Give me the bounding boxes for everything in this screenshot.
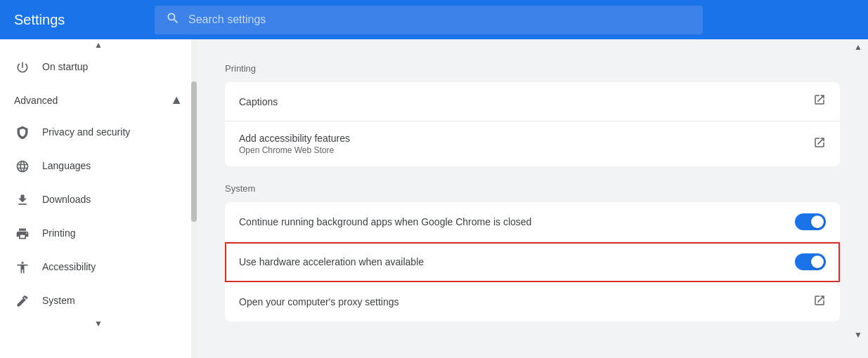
sidebar-item-printing[interactable]: Printing xyxy=(0,217,197,251)
search-input[interactable] xyxy=(188,13,692,26)
chevron-up-icon: ▲ xyxy=(170,93,183,107)
external-link-icon-proxy xyxy=(813,294,826,310)
proxy-settings-label: Open your computer's proxy settings xyxy=(239,296,802,307)
external-link-icon-accessibility xyxy=(813,136,826,152)
hardware-acceleration-toggle[interactable] xyxy=(795,253,826,270)
content-area: ▲ Printing Captions Add accessibility fe… xyxy=(197,39,868,358)
hardware-acceleration-row[interactable]: Use hardware acceleration when available xyxy=(225,242,840,282)
sidebar-item-system[interactable]: System xyxy=(0,284,197,318)
print-icon xyxy=(14,225,31,242)
section-title-system: System xyxy=(197,172,868,199)
search-icon xyxy=(166,11,180,29)
background-apps-row[interactable]: Continue running background apps when Go… xyxy=(225,202,840,242)
scroll-up-arrow[interactable]: ▲ xyxy=(0,39,197,51)
power-icon xyxy=(14,59,31,76)
background-apps-toggle[interactable] xyxy=(795,213,826,230)
sidebar-item-label-on-startup: On startup xyxy=(42,60,88,74)
captions-row[interactable]: Captions xyxy=(225,82,840,121)
scroll-down-arrow[interactable]: ▼ xyxy=(0,318,197,329)
add-accessibility-label: Add accessibility features xyxy=(239,133,802,144)
sidebar-scrollbar-thumb[interactable] xyxy=(191,81,197,222)
add-accessibility-row[interactable]: Add accessibility features Open Chrome W… xyxy=(225,121,840,166)
background-apps-label: Continue running background apps when Go… xyxy=(239,216,784,227)
sidebar-item-privacy-security[interactable]: Privacy and security xyxy=(0,116,197,150)
captions-label: Captions xyxy=(239,96,802,107)
section-title-printing: Printing xyxy=(197,52,868,79)
content-scroll-up-arrow[interactable]: ▲ xyxy=(854,42,862,52)
sidebar: ▲ On startup Advanced ▲ Privacy and secu… xyxy=(0,39,197,358)
download-icon xyxy=(14,192,31,208)
content-scroll-down-arrow[interactable]: ▼ xyxy=(854,330,862,340)
sidebar-item-on-startup[interactable]: On startup xyxy=(0,51,197,84)
printing-card: Captions Add accessibility features Open… xyxy=(225,82,840,166)
page-title: Settings xyxy=(14,12,127,28)
system-card: Continue running background apps when Go… xyxy=(225,202,840,321)
accessibility-icon xyxy=(14,259,31,276)
external-link-icon-captions xyxy=(813,93,826,110)
sidebar-item-label-printing: Printing xyxy=(42,227,75,241)
proxy-settings-row[interactable]: Open your computer's proxy settings xyxy=(225,282,840,321)
sidebar-item-label-downloads: Downloads xyxy=(42,193,91,207)
sidebar-advanced-label: Advanced xyxy=(14,95,58,106)
header: Settings xyxy=(0,0,868,39)
sidebar-section-advanced[interactable]: Advanced ▲ xyxy=(0,84,197,116)
globe-icon xyxy=(14,158,31,175)
hardware-acceleration-label: Use hardware acceleration when available xyxy=(239,256,784,267)
wrench-icon xyxy=(14,293,31,310)
sidebar-item-label-accessibility: Accessibility xyxy=(42,260,96,274)
shield-icon xyxy=(14,124,31,141)
sidebar-item-label-languages: Languages xyxy=(42,159,91,173)
sidebar-item-label-privacy: Privacy and security xyxy=(42,126,130,140)
sidebar-item-accessibility[interactable]: Accessibility xyxy=(0,251,197,284)
search-bar[interactable] xyxy=(155,6,703,34)
sidebar-item-downloads[interactable]: Downloads xyxy=(0,183,197,217)
main-layout: ▲ On startup Advanced ▲ Privacy and secu… xyxy=(0,39,868,358)
sidebar-scrollbar-track xyxy=(191,39,197,358)
add-accessibility-sublabel: Open Chrome Web Store xyxy=(239,145,802,155)
sidebar-item-languages[interactable]: Languages xyxy=(0,150,197,183)
sidebar-item-label-system: System xyxy=(42,294,75,308)
